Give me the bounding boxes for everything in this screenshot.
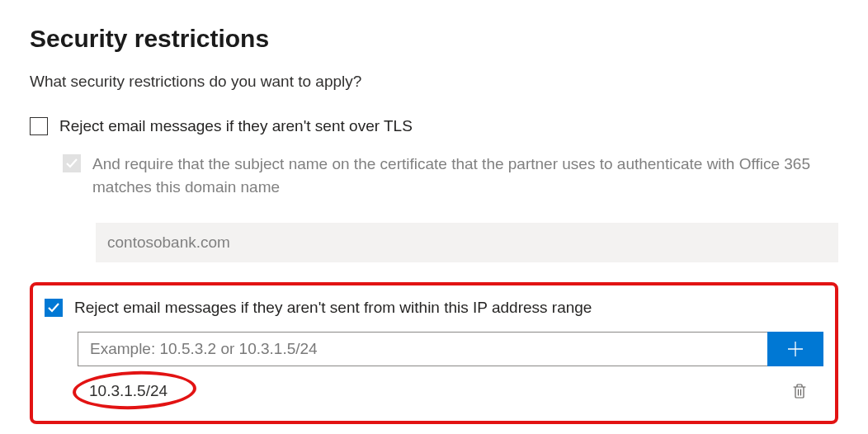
tls-label: Reject email messages if they aren't sen… — [59, 116, 413, 138]
cert-match-checkbox — [63, 154, 81, 172]
plus-icon — [786, 340, 804, 358]
prompt-text: What security restrictions do you want t… — [30, 73, 838, 91]
option-ip-row: Reject email messages if they aren't sen… — [45, 297, 823, 319]
cert-match-label: And require that the subject name on the… — [92, 153, 838, 200]
check-icon — [48, 303, 59, 313]
ip-list: 10.3.1.5/24 — [78, 380, 823, 403]
domain-input — [96, 223, 838, 262]
add-ip-button[interactable] — [767, 332, 823, 366]
ip-section: 10.3.1.5/24 — [78, 332, 823, 403]
ip-label: Reject email messages if they aren't sen… — [74, 297, 592, 319]
trash-icon — [792, 383, 807, 399]
check-icon — [66, 158, 78, 168]
tls-sub-section: And require that the subject name on the… — [63, 153, 838, 262]
tls-checkbox[interactable] — [30, 117, 48, 135]
delete-ip-button[interactable] — [789, 380, 823, 403]
ip-item-text: 10.3.1.5/24 — [78, 382, 167, 400]
ip-list-item: 10.3.1.5/24 — [78, 380, 823, 403]
highlight-annotation: Reject email messages if they aren't sen… — [30, 282, 838, 425]
ip-range-input[interactable] — [78, 332, 767, 366]
option-tls-row: Reject email messages if they aren't sen… — [30, 116, 838, 138]
ip-checkbox[interactable] — [45, 299, 63, 317]
page-title: Security restrictions — [30, 25, 838, 53]
